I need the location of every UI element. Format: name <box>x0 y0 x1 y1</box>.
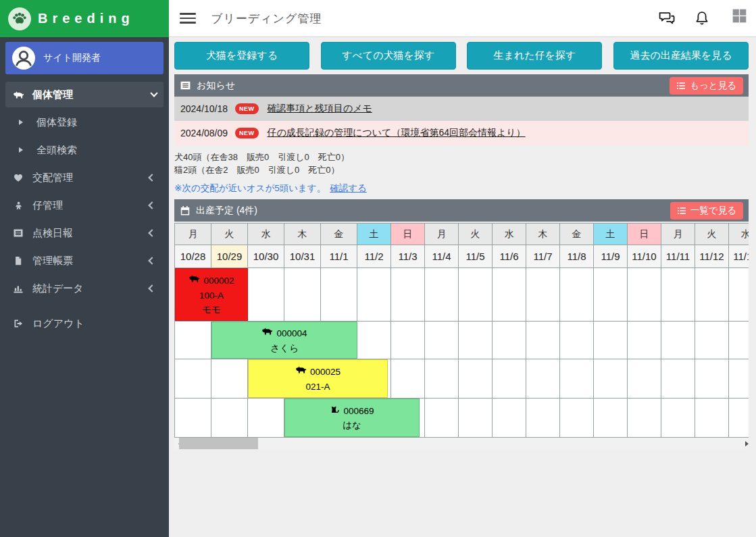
gantt-row: 000669はな <box>175 399 749 438</box>
gantt-cell <box>661 268 695 321</box>
notice-link[interactable]: 確認事項と残項目のメモ <box>268 103 372 115</box>
gantt-bar-text: 021-A <box>305 380 330 394</box>
calendar-day-cell: 日 <box>628 223 661 245</box>
list-icon <box>676 81 686 91</box>
gantt-bar-text: はな <box>343 418 361 432</box>
sidebar-item-管理帳票[interactable]: 管理帳票 <box>5 248 163 274</box>
gantt-row: 000002100-Aモモ <box>175 268 749 322</box>
gantt-bar-text: 100-A <box>199 288 224 303</box>
chevron-down-icon <box>150 89 157 97</box>
gantt-cell <box>425 268 459 321</box>
cat-count: 猫2頭（在舎2 販売0 引渡し0 死亡0） <box>174 163 749 176</box>
action-button-4[interactable]: 過去の出産結果を見る <box>613 42 749 70</box>
calendar-date-cell: 10/30 <box>248 245 284 268</box>
sidebar-item-label: 個体管理 <box>32 88 73 101</box>
calendar-date-cell: 11/6 <box>493 245 526 268</box>
notice-more-button[interactable]: もっと見る <box>670 77 743 95</box>
sidebar-item-統計データ[interactable]: 統計データ <box>5 276 163 301</box>
sidebar-nav: 個体管理個体登録全頭検索交配管理仔管理点検日報管理帳票統計データログアウト <box>0 78 169 340</box>
schedule-title: 出産予定 (4件) <box>196 205 257 217</box>
bar-chart-icon <box>12 282 24 295</box>
quick-actions: 犬猫を登録するすべての犬猫を探す生まれた仔を探す過去の出産結果を見る <box>174 42 749 70</box>
gantt-bar[interactable]: 000004さくら <box>211 322 357 359</box>
calendar-day-cell: 月 <box>425 223 459 245</box>
sidebar-item-仔管理[interactable]: 仔管理 <box>5 193 163 218</box>
heart-icon <box>12 172 24 184</box>
sidebar-item-点検日報[interactable]: 点検日報 <box>5 220 163 246</box>
caret-right-icon <box>15 144 27 156</box>
calendar-day-cell: 金 <box>560 223 594 245</box>
sidebar-item-ログアウト[interactable]: ログアウト <box>5 311 163 336</box>
gantt-cell <box>594 322 628 359</box>
schedule-list-button[interactable]: 一覧で見る <box>670 202 743 220</box>
gantt-cell <box>560 399 594 437</box>
hamburger-menu-icon[interactable] <box>180 13 196 24</box>
notice-date: 2024/10/18 <box>180 103 235 114</box>
gantt-cell <box>560 322 594 359</box>
gantt-bar-label: 000004 <box>261 326 307 341</box>
sidebar-item-個体管理[interactable]: 個体管理 <box>5 82 163 107</box>
mating-alert: ※次の交配が近いオスが5頭います。確認する <box>174 182 749 195</box>
comments-icon[interactable] <box>658 10 676 26</box>
sidebar-item-個体登録[interactable]: 個体登録 <box>5 109 163 135</box>
gantt-cell <box>493 359 526 398</box>
scrollbar-thumb[interactable] <box>179 438 258 449</box>
gantt-cell <box>459 268 493 321</box>
new-badge: NEW <box>235 128 259 138</box>
list-alt-icon <box>12 227 24 239</box>
calendar-day-cell: 日 <box>391 223 425 245</box>
calendar-day-cell: 金 <box>321 223 357 245</box>
calendar-date-cell: 11/3 <box>391 245 425 268</box>
action-button-1[interactable]: 犬猫を登録する <box>174 42 309 70</box>
gantt-bar-text: さくら <box>270 341 298 355</box>
notice-section: お知らせ もっと見る 2024/10/18NEW確認事項と残項目のメモ2024/… <box>174 74 749 145</box>
list-alt-icon <box>180 80 191 91</box>
gantt-cell <box>425 359 459 398</box>
horizontal-scrollbar[interactable] <box>174 438 749 449</box>
logout-icon <box>12 317 24 330</box>
calendar-date-cell: 11/11 <box>661 245 695 268</box>
gantt-cell <box>526 359 560 398</box>
user-name: サイト開発者 <box>43 52 101 64</box>
gantt-cell <box>695 268 729 321</box>
sidebar-item-label: 点検日報 <box>32 227 73 240</box>
notice-header: お知らせ もっと見る <box>174 74 749 97</box>
apps-grid-icon[interactable] <box>732 9 747 23</box>
sidebar-item-label: 管理帳票 <box>32 255 73 267</box>
user-panel[interactable]: サイト開発者 <box>5 42 163 74</box>
notice-link[interactable]: 仔の成長記録の管理について（環境省第64回部会情報より） <box>268 127 526 139</box>
content: 犬猫を登録するすべての犬猫を探す生まれた仔を探す過去の出産結果を見る お知らせ … <box>169 37 756 537</box>
dog-icon <box>12 88 24 101</box>
calendar-grid: 月火水木金土日月火水木金土日月火水10/2810/2910/3010/3111/… <box>174 223 749 438</box>
scroll-right-arrow[interactable] <box>738 438 749 449</box>
action-button-2[interactable]: すべての犬猫を探す <box>321 42 456 70</box>
action-button-3[interactable]: 生まれた仔を探す <box>467 42 602 70</box>
avatar <box>12 47 35 70</box>
calendar-day-cell: 火 <box>695 223 729 245</box>
schedule-header: 出産予定 (4件) 一覧で見る <box>174 199 749 222</box>
gantt-bar[interactable]: 000025021-A <box>248 359 388 398</box>
sidebar-item-label: ログアウト <box>32 317 84 330</box>
gantt-bar[interactable]: 000669はな <box>284 399 420 437</box>
sidebar-item-全頭検索[interactable]: 全頭検索 <box>5 137 163 163</box>
calendar-day-cell: 火 <box>459 223 493 245</box>
gantt-cell <box>459 322 493 359</box>
new-badge: NEW <box>235 103 259 114</box>
sidebar-item-交配管理[interactable]: 交配管理 <box>5 165 163 190</box>
confirm-link[interactable]: 確認する <box>330 183 367 193</box>
gantt-cell <box>628 322 661 359</box>
calendar-dow-row: 月火水木金土日月火水木金土日月火水 <box>175 223 749 245</box>
gantt-bar-text: モモ <box>202 303 221 317</box>
sidebar-item-label: 全頭検索 <box>36 144 77 157</box>
gantt-bar[interactable]: 000002100-Aモモ <box>175 268 248 321</box>
cat-icon <box>330 404 340 418</box>
brand-logo[interactable]: Breeding <box>0 0 169 37</box>
list-icon <box>677 206 686 215</box>
gantt-bar-label: 000002 <box>188 273 234 288</box>
bell-icon[interactable] <box>695 10 709 26</box>
notice-rows: 2024/10/18NEW確認事項と残項目のメモ2024/08/09NEW仔の成… <box>174 97 749 145</box>
chevron-left-icon <box>148 229 155 236</box>
gantt-cell <box>211 359 248 398</box>
calendar: 月火水木金土日月火水木金土日月火水10/2810/2910/3010/3111/… <box>174 222 749 449</box>
gantt-cell <box>175 322 211 359</box>
